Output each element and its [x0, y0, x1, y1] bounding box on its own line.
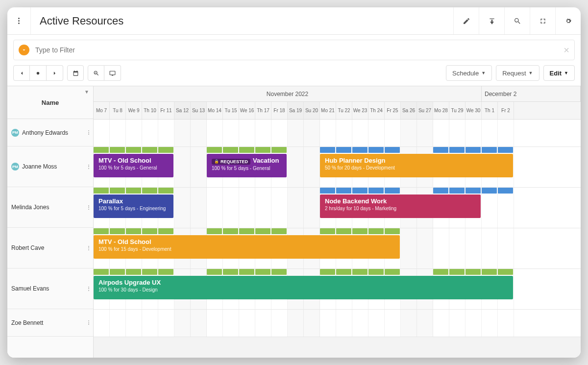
- utilization-segment: [352, 228, 368, 234]
- schedule-dropdown[interactable]: Schedule▼: [446, 65, 492, 81]
- grid-cell: [126, 310, 142, 337]
- fullscreen-button[interactable]: [530, 7, 555, 34]
- chevron-right-icon: [51, 70, 58, 76]
- prev-button[interactable]: [13, 65, 30, 81]
- grid-cell: [174, 120, 191, 146]
- grid-cell: [352, 310, 368, 337]
- filter-expand-button[interactable]: [19, 45, 29, 55]
- settings-button[interactable]: [555, 7, 581, 34]
- booking-block[interactable]: MTV - Old School 100 % for 5 days - Gene…: [94, 154, 173, 177]
- day-cell: Mo 21: [320, 102, 336, 119]
- booking-subtitle: 100 % for 5 days - General: [98, 165, 169, 170]
- day-cell: Fr 18: [271, 102, 288, 119]
- utilization-segment: [94, 269, 109, 275]
- utilization-bar: [320, 147, 400, 153]
- day-cell: Sa 19: [288, 102, 304, 119]
- search-button[interactable]: [504, 7, 530, 34]
- row-menu-button[interactable]: [88, 165, 89, 169]
- booking-subtitle: 100 % for 5 days - Engineering: [98, 206, 169, 211]
- booking-block[interactable]: Hub Planner Design 50 % for 20 days - De…: [320, 154, 513, 177]
- grid-cell: [207, 310, 223, 337]
- fit-button[interactable]: [104, 65, 121, 81]
- resource-row[interactable]: Melinda Jones: [7, 187, 93, 228]
- booking-block[interactable]: MTV - Old School 100 % for 15 days - Dev…: [94, 235, 400, 259]
- utilization-segment: [336, 147, 351, 153]
- utilization-segment: [498, 188, 513, 194]
- name-header[interactable]: ▼ Name: [7, 86, 93, 119]
- row-menu-button[interactable]: [88, 205, 89, 210]
- request-dropdown[interactable]: Request▼: [496, 65, 539, 81]
- resource-row[interactable]: Samuel Evans: [7, 268, 93, 309]
- filter-clear-button[interactable]: ×: [564, 45, 569, 56]
- day-cell: Su 13: [191, 102, 207, 119]
- resource-row[interactable]: PMAnthony Edwards: [7, 119, 93, 146]
- edit-pencil-button[interactable]: [453, 7, 479, 34]
- zoom-icon: [93, 70, 99, 76]
- row-menu-button[interactable]: [88, 130, 89, 135]
- download-button[interactable]: [479, 7, 504, 34]
- utilization-segment: [352, 147, 368, 153]
- header-menu-button[interactable]: [7, 7, 31, 34]
- gear-icon: [564, 17, 572, 25]
- day-cell: Sa 26: [401, 102, 417, 119]
- header-actions: [453, 7, 581, 34]
- filter-input[interactable]: [35, 46, 564, 54]
- utilization-segment: [223, 147, 238, 153]
- utilization-segment: [126, 188, 141, 194]
- row-menu-button[interactable]: [88, 246, 89, 250]
- today-button[interactable]: [30, 65, 47, 81]
- calendar-button[interactable]: [67, 65, 84, 81]
- next-button[interactable]: [47, 65, 63, 81]
- grid-cell: [255, 120, 271, 146]
- utilization-segment: [466, 188, 481, 194]
- booking-block[interactable]: Parallax 100 % for 5 days - Engineering: [94, 195, 173, 218]
- day-cell: Mo 28: [433, 102, 449, 119]
- utilization-bar: [207, 228, 287, 234]
- timeline-row: MTV - Old School 100 % for 5 days - Gene…: [94, 147, 581, 188]
- utilization-segment: [110, 147, 125, 153]
- app-window: Active Resources ×: [7, 7, 581, 358]
- timeline: November 2022 December 2 Mo 7Tu 8We 9Th …: [94, 86, 581, 358]
- booking-title: Parallax: [98, 197, 169, 205]
- utilization-segment: [110, 188, 125, 194]
- timeline-header: November 2022 December 2 Mo 7Tu 8We 9Th …: [94, 86, 581, 120]
- utilization-segment: [385, 188, 400, 194]
- resource-row[interactable]: Robert Cave: [7, 228, 93, 268]
- day-cell: Sa 12: [174, 102, 191, 119]
- grid-cell: [110, 310, 126, 337]
- row-menu-button[interactable]: [88, 287, 89, 291]
- day-cell: Tu 22: [336, 102, 352, 119]
- utilization-segment: [94, 188, 109, 194]
- day-cell: Fr 11: [158, 102, 174, 119]
- booking-block[interactable]: Airpods Upgrade UX 100 % for 30 days - D…: [94, 276, 513, 299]
- resource-row[interactable]: Zoe Bennett: [7, 309, 93, 337]
- booking-block[interactable]: 🔒REQUESTEDVacation 100 % for 5 days - Ge…: [207, 154, 287, 177]
- resource-row[interactable]: PMJoanne Moss: [7, 146, 93, 187]
- grid-cell: [158, 310, 174, 337]
- edit-dropdown[interactable]: Edit▼: [543, 65, 575, 81]
- utilization-segment: [368, 269, 384, 275]
- grid-cell: [239, 120, 255, 146]
- timeline-row: Airpods Upgrade UX 100 % for 30 days - D…: [94, 269, 581, 310]
- row-menu-button[interactable]: [88, 320, 89, 325]
- utilization-bar: [320, 269, 400, 275]
- resource-name: Samuel Evans: [11, 285, 49, 292]
- grid-cell: [401, 228, 417, 268]
- utilization-segment: [255, 147, 270, 153]
- grid-cell: [368, 120, 385, 146]
- zoom-button[interactable]: [88, 65, 104, 81]
- booking-title: Node Backend Work: [325, 197, 476, 205]
- timeline-row: [94, 120, 581, 147]
- monitor-icon: [109, 70, 116, 76]
- grid-cell: [223, 120, 239, 146]
- grid-cell: [304, 188, 320, 228]
- grid-cell: [498, 310, 514, 337]
- grid-cell: [498, 188, 514, 228]
- booking-title: MTV - Old School: [98, 238, 395, 245]
- utilization-segment: [482, 188, 497, 194]
- booking-block[interactable]: Node Backend Work 2 hrs/day for 10 days …: [320, 195, 481, 218]
- grid-cell: [368, 310, 385, 337]
- day-cell: Th 24: [368, 102, 385, 119]
- resource-name: Melinda Jones: [11, 204, 49, 211]
- utilization-segment: [336, 269, 351, 275]
